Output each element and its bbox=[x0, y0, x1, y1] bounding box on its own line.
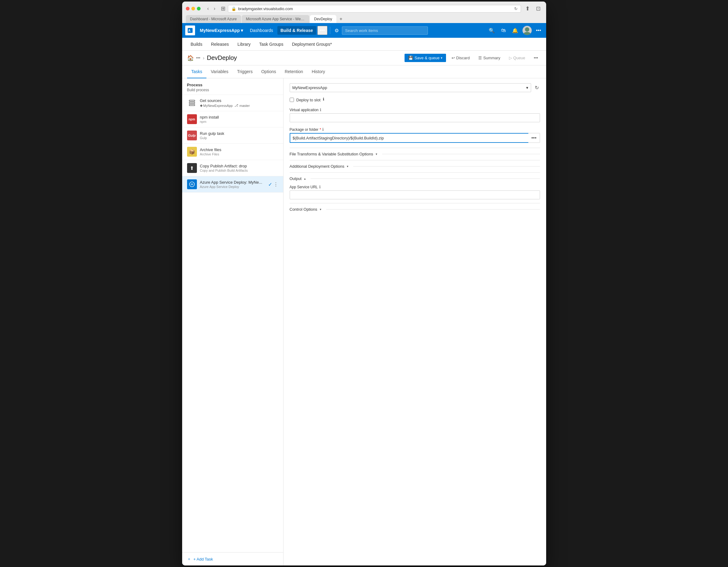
virtual-app-info-icon[interactable]: ℹ bbox=[320, 108, 321, 112]
discard-button[interactable]: ↩ Discard bbox=[448, 54, 473, 62]
deploy-to-slot-checkbox[interactable] bbox=[290, 98, 294, 102]
package-folder-info-icon[interactable]: ℹ bbox=[322, 127, 324, 132]
output-section: Output ▴ App Service URL ℹ bbox=[290, 172, 540, 203]
task-item-azure-deploy[interactable]: Azure App Service Deploy: MyNe... Azure … bbox=[182, 176, 283, 193]
tab-azure-welcome[interactable]: Microsoft Azure App Service - Welcome bbox=[242, 15, 309, 23]
left-panel: Process Build process Get sources ◆ MyNe… bbox=[182, 78, 284, 565]
task-item-npm-install[interactable]: npm npm install npm bbox=[182, 111, 283, 127]
reload-icon[interactable]: ↻ bbox=[514, 6, 518, 11]
header-actions: 💾 Save & queue ▾ ↩ Discard ☰ Summary ▷ Q… bbox=[405, 54, 541, 62]
build-release-nav-item[interactable]: Build & Release bbox=[277, 26, 316, 35]
settings-icon[interactable]: ⚙ bbox=[333, 26, 341, 35]
add-task-icon: ＋ bbox=[187, 556, 191, 562]
tab-devdeploy[interactable]: DevDeploy bbox=[310, 15, 337, 23]
task-groups-nav-item[interactable]: Task Groups bbox=[256, 39, 287, 50]
nav-divider bbox=[330, 27, 330, 34]
tab-triggers[interactable]: Triggers bbox=[233, 65, 257, 78]
new-tab-button[interactable]: + bbox=[337, 15, 345, 23]
tab-retention[interactable]: Retention bbox=[280, 65, 307, 78]
task-menu-icon[interactable]: ⋮ bbox=[273, 182, 278, 187]
page-breadcrumb-dots[interactable]: ••• bbox=[196, 56, 201, 60]
summary-button[interactable]: ☰ Summary bbox=[475, 54, 503, 62]
save-queue-button[interactable]: 💾 Save & queue ▾ bbox=[405, 54, 446, 62]
control-options-header[interactable]: Control Options ▾ bbox=[290, 207, 540, 212]
add-task-button[interactable]: ＋ + Add Task bbox=[182, 552, 283, 565]
package-folder-browse-button[interactable]: ••• bbox=[528, 133, 540, 143]
page-header-more-button[interactable]: ••• bbox=[531, 54, 541, 62]
deploy-to-slot-row: Deploy to slot ℹ bbox=[290, 97, 540, 103]
dashboards-nav-item[interactable]: Dashboards bbox=[247, 26, 276, 35]
tab-options[interactable]: Options bbox=[257, 65, 280, 78]
task-item-archive[interactable]: 📦 Archive files Archive Files bbox=[182, 144, 283, 160]
refresh-button[interactable]: ↻ bbox=[534, 84, 540, 92]
url-text: bradymgaster.visualstudio.com bbox=[238, 6, 293, 11]
azure-deploy-icon bbox=[187, 179, 197, 189]
new-tab-expand-button[interactable]: ⊡ bbox=[534, 5, 542, 13]
app-service-url-info-icon[interactable]: ℹ bbox=[319, 185, 321, 189]
app-service-url-input[interactable] bbox=[290, 190, 540, 199]
search-input[interactable] bbox=[342, 26, 428, 35]
task-item-publish[interactable]: ⬆ Copy Publish Artifact: drop Copy and P… bbox=[182, 160, 283, 176]
file-transforms-header[interactable]: File Transforms & Variable Substitution … bbox=[290, 152, 540, 156]
app-name-label: MyNewExpressApp bbox=[200, 28, 240, 33]
app-name-dropdown[interactable]: MyNewExpressApp ▾ bbox=[198, 27, 246, 34]
lock-icon: 🔒 bbox=[231, 6, 236, 11]
library-nav-item[interactable]: Library bbox=[234, 39, 254, 50]
package-folder-input[interactable] bbox=[290, 133, 528, 143]
user-avatar[interactable] bbox=[523, 26, 532, 35]
builds-nav-item[interactable]: Builds bbox=[187, 39, 206, 50]
get-sources-icon bbox=[187, 98, 197, 108]
virtual-application-input[interactable] bbox=[290, 113, 540, 122]
address-bar[interactable]: 🔒 bradymgaster.visualstudio.com ↻ bbox=[228, 5, 521, 13]
task-info-azure-deploy: Azure App Service Deploy: MyNe... Azure … bbox=[200, 180, 265, 189]
task-name-npm: npm install bbox=[200, 115, 278, 119]
tab-dashboard[interactable]: Dashboard - Microsoft Azure bbox=[186, 15, 241, 23]
task-item-gulp[interactable]: Gulp Run gulp task Gulp bbox=[182, 127, 283, 144]
additional-deployment-header[interactable]: Additional Deployment Options ▾ bbox=[290, 164, 540, 169]
page-header: 🏠 ••• › DevDeploy 💾 Save & queue ▾ ↩ Dis… bbox=[182, 51, 546, 65]
npm-icon: npm bbox=[187, 114, 197, 124]
browser-tabs: Dashboard - Microsoft Azure Microsoft Az… bbox=[186, 15, 542, 23]
additional-deployment-chevron: ▾ bbox=[347, 165, 348, 168]
dropdown-chevron-icon: ▾ bbox=[526, 85, 528, 90]
nav-overflow-icon[interactable]: ••• bbox=[534, 26, 543, 34]
task-sub-azure-deploy: Azure App Service Deploy bbox=[200, 185, 265, 189]
share-button[interactable]: ⬆ bbox=[523, 5, 532, 13]
deploy-slot-info-icon[interactable]: ℹ bbox=[323, 97, 324, 101]
deploy-to-slot-label: Deploy to slot bbox=[296, 98, 321, 102]
minimize-button[interactable] bbox=[191, 7, 195, 10]
back-button[interactable]: ‹ bbox=[205, 5, 211, 12]
page-title: DevDeploy bbox=[207, 54, 237, 61]
sidebar-toggle-button[interactable]: ⊞ bbox=[221, 5, 225, 12]
archive-icon: 📦 bbox=[187, 147, 197, 157]
forward-button[interactable]: › bbox=[212, 5, 217, 12]
publish-icon: ⬆ bbox=[187, 163, 197, 173]
bell-icon[interactable]: 🔔 bbox=[510, 26, 520, 35]
browser-controls: ‹ › ⊞ 🔒 bradymgaster.visualstudio.com ↻ … bbox=[186, 5, 542, 13]
tab-variables[interactable]: Variables bbox=[206, 65, 233, 78]
maximize-button[interactable] bbox=[197, 7, 201, 10]
app-name-dropdown[interactable]: MyNewExpressApp ▾ bbox=[290, 83, 531, 92]
task-item-get-sources[interactable]: Get sources ◆ MyNewExpressApp ⎇ master bbox=[182, 95, 283, 111]
svg-rect-5 bbox=[189, 102, 195, 104]
releases-nav-item[interactable]: Releases bbox=[207, 39, 233, 50]
queue-button[interactable]: ▷ Queue bbox=[506, 54, 528, 62]
output-header[interactable]: Output ▴ bbox=[290, 176, 540, 181]
nav-more-button[interactable]: ••• bbox=[317, 26, 327, 35]
tab-history[interactable]: History bbox=[307, 65, 330, 78]
close-button[interactable] bbox=[186, 7, 190, 10]
azure-devops-logo: A bbox=[185, 25, 195, 35]
nav-buttons: ‹ › bbox=[205, 5, 217, 12]
add-task-label: + Add Task bbox=[194, 557, 213, 561]
tab-tasks[interactable]: Tasks bbox=[187, 65, 207, 78]
output-content: App Service URL ℹ bbox=[290, 185, 540, 199]
basket-icon[interactable]: 🛍 bbox=[499, 26, 508, 34]
file-transforms-chevron: ▾ bbox=[376, 152, 377, 156]
browser-window: ‹ › ⊞ 🔒 bradymgaster.visualstudio.com ↻ … bbox=[182, 2, 546, 565]
task-sub-npm: npm bbox=[200, 120, 278, 123]
task-sub-archive: Archive Files bbox=[200, 152, 278, 156]
additional-deployment-section: Additional Deployment Options ▾ bbox=[290, 160, 540, 172]
gulp-icon: Gulp bbox=[187, 131, 197, 140]
deployment-groups-nav-item[interactable]: Deployment Groups* bbox=[288, 39, 335, 50]
search-icon[interactable]: 🔍 bbox=[487, 26, 497, 35]
